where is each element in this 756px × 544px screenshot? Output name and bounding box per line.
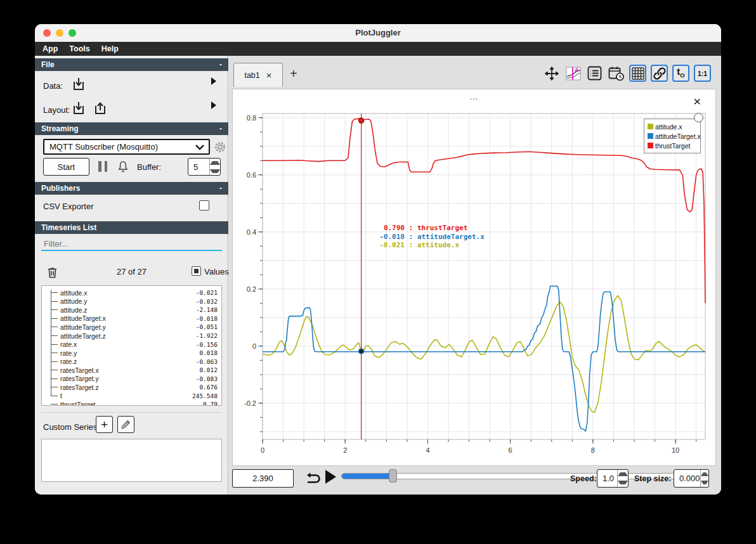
grid-layout-button[interactable] (629, 65, 646, 82)
chart-grid (263, 113, 705, 439)
legend-entry[interactable]: thrustTarget (648, 141, 697, 150)
layout-save-button[interactable] (92, 100, 108, 117)
timeseries-row[interactable]: attitude.y-0.032 (42, 297, 218, 306)
tree-branch-icon (51, 344, 58, 345)
publishers-section-header[interactable]: Publishers - (35, 182, 228, 195)
cursor-point (359, 349, 364, 354)
start-button[interactable]: Start (43, 158, 89, 176)
move-icon (544, 66, 559, 81)
add-custom-series-button[interactable]: + (96, 416, 113, 433)
plot-widget[interactable]: 0246810-0.200.20.40.60.8 ... × attitude.… (232, 89, 716, 466)
delete-series-button[interactable] (44, 264, 60, 280)
step-size-label: Step size: (634, 474, 671, 483)
time-tracker-value[interactable]: 2.390 (232, 469, 294, 488)
time-slider-fill (342, 474, 393, 479)
link-ranges-button[interactable] (651, 65, 668, 82)
date-time-button[interactable] (608, 65, 625, 82)
svg-text:0: 0 (261, 446, 264, 454)
tree-branch-icon (51, 309, 58, 310)
spin-up-icon[interactable] (210, 159, 220, 167)
collapse-icon[interactable]: - (219, 60, 222, 69)
tab-label: tab1 (244, 71, 259, 80)
streaming-section-header[interactable]: Streaming - (35, 122, 228, 135)
streaming-section-title: Streaming (41, 124, 79, 133)
buffer-spinner[interactable]: 5 (188, 158, 221, 176)
calendar-clock-icon (608, 65, 625, 82)
file-section-header[interactable]: File - (35, 58, 228, 71)
timeseries-section-title: Timeseries List (41, 223, 96, 232)
legend-swatch (648, 143, 653, 148)
timeseries-row[interactable]: attitude.z-2.148 (42, 306, 218, 314)
curve-list-button[interactable] (586, 65, 603, 82)
loop-button[interactable] (303, 471, 321, 486)
pause-icon[interactable] (98, 161, 107, 172)
timeseries-row[interactable]: ratesTarget.y-0.083 (42, 374, 218, 383)
timeseries-section-header[interactable]: Timeseries List (35, 221, 228, 234)
timeseries-row[interactable]: rate.y0.018 (42, 349, 218, 358)
pan-zoom-button[interactable] (543, 65, 560, 82)
svg-text:2: 2 (343, 446, 347, 454)
timeseries-row[interactable]: rate.z-0.063 (42, 357, 218, 366)
play-button[interactable] (325, 470, 336, 484)
zoom-selection-button[interactable]: A (564, 65, 582, 82)
tree-branch-icon (51, 335, 58, 336)
timeseries-row[interactable]: attitude.x-0.021 (42, 288, 218, 297)
data-menu-arrow-icon[interactable] (211, 77, 216, 85)
import-icon (71, 101, 86, 116)
start-button-label: Start (58, 162, 75, 172)
plot-legend[interactable]: attitude.x attitudeTarget.x thrustTarget (644, 119, 701, 153)
timeseries-row[interactable]: attitudeTarget.z-1.922 (42, 332, 218, 340)
time-slider-handle[interactable] (389, 469, 397, 482)
plot-close-icon[interactable]: × (693, 96, 701, 107)
menu-app[interactable]: App (42, 44, 58, 53)
title-bar[interactable]: PlotJuggler (35, 24, 721, 42)
collapse-icon[interactable]: - (219, 184, 222, 193)
buffer-value[interactable]: 5 (188, 159, 209, 175)
spin-down-icon[interactable] (701, 479, 708, 488)
speed-value[interactable]: 1.0 (597, 470, 617, 487)
custom-series-list[interactable] (41, 439, 222, 482)
speed-spinner[interactable]: 1.0 (597, 469, 629, 488)
spin-down-icon[interactable] (618, 479, 628, 488)
time-offset-button[interactable]: tO (672, 65, 689, 82)
step-size-spinner[interactable]: 0.000 (674, 469, 709, 488)
timeseries-row[interactable]: thrustTarget0.79 (42, 400, 218, 406)
timeseries-row[interactable]: ratesTarget.x0.012 (42, 366, 218, 375)
spin-up-icon[interactable] (701, 470, 708, 479)
tree-branch-icon (51, 301, 58, 302)
svg-text:6: 6 (509, 446, 512, 454)
spin-up-icon[interactable] (618, 470, 628, 479)
menu-tools[interactable]: Tools (69, 44, 89, 53)
layout-menu-arrow-icon[interactable] (211, 101, 216, 109)
collapse-icon[interactable]: - (219, 124, 222, 133)
timeseries-row[interactable]: t245.548 (42, 392, 218, 401)
chart-canvas[interactable]: 0246810-0.200.20.40.60.8 (233, 89, 715, 465)
ratio-1-1-button[interactable]: 1:1 (694, 65, 711, 82)
tab-close-icon[interactable]: × (266, 72, 272, 79)
timeseries-row[interactable]: attitudeTarget.x-0.018 (42, 314, 218, 323)
timeseries-row[interactable]: rate.x-0.156 (42, 340, 218, 349)
layout-load-button[interactable] (70, 100, 87, 117)
svg-text:4: 4 (426, 446, 429, 454)
tab-tab1[interactable]: tab1 × (233, 63, 283, 87)
new-tab-button[interactable]: + (290, 67, 297, 81)
csv-exporter-checkbox[interactable] (199, 200, 209, 210)
streaming-source-select[interactable]: MQTT Subscriber (Mosquitto) (43, 139, 210, 155)
legend-drag-handle[interactable] (694, 113, 703, 122)
window-title: PlotJuggler (35, 28, 721, 37)
legend-entry[interactable]: attitude.x (648, 122, 697, 131)
trash-icon (46, 266, 59, 279)
timeseries-row[interactable]: attitudeTarget.y-0.051 (42, 323, 218, 332)
legend-entry[interactable]: attitudeTarget.x (648, 131, 697, 141)
notification-bell-icon[interactable] (115, 159, 131, 174)
edit-custom-series-button[interactable] (117, 416, 134, 433)
spin-down-icon[interactable] (210, 167, 220, 175)
timeseries-row[interactable]: ratesTarget.z0.676 (42, 383, 218, 392)
streaming-settings-button[interactable] (213, 140, 227, 154)
timeseries-list[interactable]: attitude.x-0.021 attitude.y-0.032 attitu… (41, 285, 222, 406)
filter-input[interactable] (41, 238, 222, 251)
step-size-value[interactable]: 0.000 (674, 470, 700, 487)
data-load-button[interactable] (70, 76, 87, 93)
values-checkbox[interactable] (192, 266, 201, 276)
menu-help[interactable]: Help (101, 44, 119, 53)
